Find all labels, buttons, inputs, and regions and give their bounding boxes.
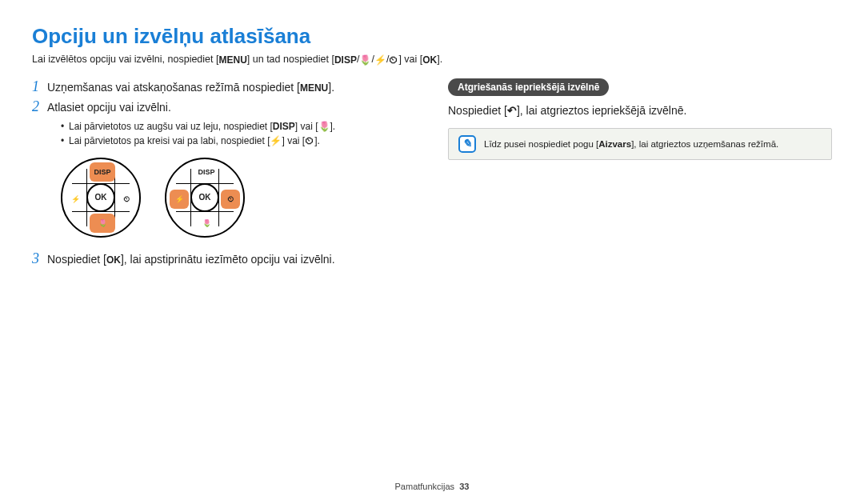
macro-icon: 🌷 — [359, 54, 371, 66]
dpad-vertical: DISP 🌷 ⚡ ⏲ OK — [61, 158, 141, 238]
bullet-item: Lai pārvietotos pa kreisi vai pa labi, n… — [61, 134, 416, 148]
dpad-up-icon: DISP — [194, 162, 219, 182]
page-footer: Pamatfunkcijas 33 — [0, 482, 864, 491]
step-text: Uzņemšanas vai atskaņošanas režīmā nospi… — [47, 78, 334, 96]
step-1: 1 Uzņemšanas vai atskaņošanas režīmā nos… — [32, 78, 416, 96]
right-column: Atgriešanās iepriekšējā izvēlnē Nospiedi… — [448, 78, 832, 271]
note-icon: ✎ — [458, 135, 476, 153]
dpad-left-icon: ⚡ — [170, 190, 189, 209]
step-text: Nospiediet [OK], lai apstiprinātu iezīmē… — [47, 250, 335, 268]
dpad-down-icon: 🌷 — [90, 214, 115, 233]
dpad-left-icon: ⚡ — [66, 190, 85, 209]
step-number: 3 — [32, 250, 39, 268]
left-column: 1 Uzņemšanas vai atskaņošanas režīmā nos… — [32, 78, 416, 271]
dpad-ok: OK — [86, 183, 115, 212]
step-3: 3 Nospiediet [OK], lai apstiprinātu iezī… — [32, 250, 416, 268]
flash-icon: ⚡ — [374, 54, 386, 66]
bullet-item: Lai pārvietotos uz augšu vai uz leju, no… — [61, 119, 416, 134]
return-instruction: Nospiediet [↶], lai atgrieztos iepriekšē… — [448, 104, 832, 117]
ok-icon: OK — [106, 254, 121, 267]
step-text: Atlasiet opciju vai izvēlni. — [47, 98, 171, 116]
return-icon: ↶ — [507, 104, 517, 117]
macro-icon: 🌷 — [318, 121, 330, 132]
step-number: 1 — [32, 78, 39, 96]
note-text: Līdz pusei nospiediet pogu [Aizvars], la… — [484, 138, 778, 150]
menu-icon: MENU — [300, 82, 328, 95]
dpad-horizontal: DISP 🌷 ⚡ ⏲ OK — [165, 158, 245, 238]
note-box: ✎ Līdz pusei nospiediet pogu [Aizvars], … — [448, 128, 832, 160]
timer-icon: ⏲ — [389, 54, 398, 66]
dpad-right-icon: ⏲ — [117, 190, 136, 209]
dpad-diagrams: DISP 🌷 ⚡ ⏲ OK DISP 🌷 ⚡ ⏲ OK — [61, 158, 416, 238]
ok-icon: OK — [422, 54, 437, 66]
step-2-bullets: Lai pārvietotos uz augšu vai uz leju, no… — [61, 119, 416, 148]
section-pill: Atgriešanās iepriekšējā izvēlnē — [448, 78, 609, 96]
disp-icon: DISP — [334, 54, 357, 66]
disp-icon: DISP — [273, 121, 295, 132]
step-number: 2 — [32, 98, 39, 116]
timer-icon: ⏲ — [305, 135, 314, 146]
dpad-up-icon: DISP — [90, 162, 115, 182]
dpad-right-icon: ⏲ — [221, 190, 240, 209]
flash-icon: ⚡ — [270, 135, 282, 146]
menu-icon: MENU — [218, 54, 246, 66]
intro-text: Lai izvēlētos opciju vai izvēlni, nospie… — [32, 54, 832, 66]
page-title: Opciju un izvēlņu atlasīšana — [32, 24, 832, 49]
dpad-down-icon: 🌷 — [194, 214, 219, 233]
dpad-ok: OK — [190, 183, 219, 212]
step-2: 2 Atlasiet opciju vai izvēlni. — [32, 98, 416, 116]
